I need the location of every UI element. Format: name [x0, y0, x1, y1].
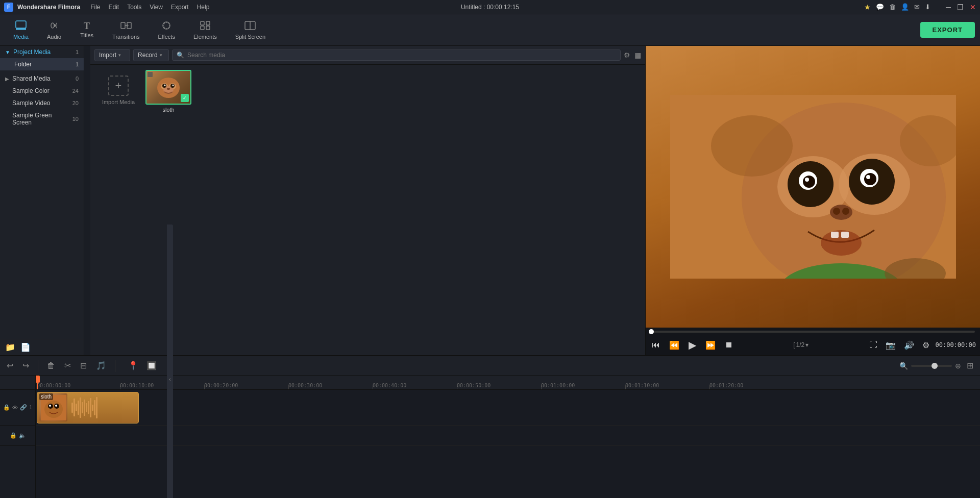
- timeline-undo-button[interactable]: ↩: [4, 359, 16, 372]
- menu-file[interactable]: File: [90, 4, 100, 11]
- import-dropdown-arrow: ▾: [118, 53, 121, 58]
- window-controls: ─ ❐ ✕: [946, 3, 976, 11]
- elements-toolbar-icon: [200, 20, 211, 32]
- menu-edit[interactable]: Edit: [108, 4, 119, 11]
- timeline-crop-button[interactable]: ⊟: [78, 359, 89, 372]
- sidebar-item-sample-video[interactable]: ▶ Sample Video 20: [0, 97, 84, 109]
- preview-seekbar[interactable]: [651, 331, 975, 333]
- timeline-content: 🔒 👁 🔗 1 🔒 🔈 00:00:00:00 00:00:10:00 00:0…: [0, 376, 980, 498]
- timeline-redo-button[interactable]: ↪: [20, 359, 32, 372]
- import-media-card[interactable]: + Import Media: [95, 70, 141, 111]
- preview-snapshot-button[interactable]: 📷: [884, 339, 898, 351]
- timeline-right: 00:00:00:00 00:00:10:00 00:00:20:00 00:0…: [36, 376, 980, 498]
- download-icon[interactable]: ⬇: [925, 3, 930, 11]
- sample-color-label: Sample Color: [12, 87, 50, 94]
- preview-volume-button[interactable]: 🔊: [902, 339, 916, 351]
- track-number: 1: [29, 405, 32, 410]
- track-audio-link-icon[interactable]: 🔗: [20, 404, 27, 411]
- menu-export[interactable]: Export: [171, 4, 189, 11]
- trash-icon[interactable]: 🗑: [889, 3, 896, 11]
- preview-rewind-button[interactable]: ⏮: [650, 339, 662, 351]
- sidebar-item-sample-color[interactable]: ▶ Sample Color 24: [0, 85, 84, 97]
- chat-icon[interactable]: 💬: [876, 3, 884, 11]
- preview-step-forward-button[interactable]: ⏩: [703, 339, 718, 351]
- preview-fullscreen-button[interactable]: ⛶: [867, 339, 879, 351]
- record-dropdown[interactable]: Record ▾: [133, 49, 169, 61]
- preview-panel: ⏮ ⏪ ▶ ⏩ ⏹ [ 1/2 ▾ ⛶ 📷 🔊 ⚙ 00:00:00:00: [646, 46, 980, 355]
- preview-stop-button[interactable]: ⏹: [723, 339, 735, 351]
- timeline-fit-button[interactable]: ⊞: [964, 359, 976, 372]
- titlebar: F Wondershare Filmora File Edit Tools Vi…: [0, 0, 980, 14]
- zoom-out-icon[interactable]: 🔍: [899, 362, 908, 370]
- grid-view-icon[interactable]: ▦: [634, 51, 641, 59]
- media-item-sloth[interactable]: ✓ sloth: [145, 70, 191, 113]
- timeline-audio-button[interactable]: 🎵: [93, 359, 109, 372]
- new-file-icon[interactable]: 📄: [20, 342, 31, 352]
- timeline-zoom-handle[interactable]: [932, 363, 938, 369]
- timeline-audio-track: [36, 426, 980, 446]
- timeline-magnet-button[interactable]: 🔲: [144, 359, 159, 372]
- new-folder-icon[interactable]: 📁: [5, 342, 15, 352]
- track-mute-icon[interactable]: 🔈: [19, 432, 26, 439]
- media-toolbar-label: Media: [13, 34, 29, 40]
- timeline-toolbar-sep-1: [38, 360, 38, 372]
- preview-progress[interactable]: [646, 328, 980, 336]
- menu-bar: File Edit Tools View Export Help: [90, 4, 209, 11]
- minimize-button[interactable]: ─: [946, 3, 951, 11]
- project-media-label: Project Media: [13, 48, 51, 56]
- timeline-add-marker-button[interactable]: 📍: [126, 359, 141, 372]
- timeline-split-button[interactable]: ✂: [62, 359, 74, 372]
- ruler-mark-0: 00:00:00:00: [37, 383, 70, 388]
- notification-icon[interactable]: ★: [864, 3, 871, 11]
- import-dropdown[interactable]: Import ▾: [94, 49, 130, 61]
- menu-help[interactable]: Help: [197, 4, 210, 11]
- transitions-toolbar-label: Transitions: [112, 34, 139, 40]
- timeline-delete-button[interactable]: 🗑: [44, 360, 58, 372]
- preview-step-back-button[interactable]: ⏪: [667, 339, 681, 351]
- export-button[interactable]: EXPORT: [920, 22, 975, 38]
- toolbar-effects[interactable]: Effects: [150, 18, 183, 42]
- ruler-mark-4: 00:00:40:00: [373, 383, 406, 388]
- sidebar-item-shared-media[interactable]: ▶ Shared Media 0: [0, 72, 84, 85]
- effects-toolbar-label: Effects: [158, 34, 175, 40]
- panel-collapse-button[interactable]: ‹: [167, 225, 173, 498]
- sidebar-item-project-media[interactable]: ▼ Project Media 1: [0, 46, 84, 58]
- svg-point-1: [51, 23, 54, 28]
- toolbar-media[interactable]: Media: [5, 18, 37, 42]
- restore-button[interactable]: ❐: [957, 3, 964, 11]
- preview-settings-button[interactable]: ⚙: [920, 339, 932, 351]
- timeline-track-label-audio: 🔒 🔈: [0, 426, 35, 446]
- system-icons: ★ 💬 🗑 👤 ✉ ⬇: [864, 3, 930, 11]
- menu-view[interactable]: View: [150, 4, 163, 11]
- svg-point-30: [864, 173, 876, 185]
- close-button[interactable]: ✕: [970, 3, 976, 11]
- search-input[interactable]: [187, 52, 616, 59]
- preview-play-button[interactable]: ▶: [687, 338, 698, 352]
- track-lock-icon[interactable]: 🔒: [3, 404, 10, 411]
- toolbar-elements[interactable]: Elements: [185, 18, 225, 42]
- account-icon[interactable]: 👤: [901, 3, 909, 11]
- zoom-in-icon[interactable]: ⊕: [955, 362, 961, 370]
- toolbar-titles[interactable]: T Titles: [71, 19, 102, 40]
- timeline-video-track: sloth: [36, 390, 980, 426]
- sidebar-item-folder[interactable]: Folder 1: [0, 58, 84, 70]
- svg-rect-7: [201, 26, 204, 30]
- sidebar-item-sample-green[interactable]: ▶ Sample Green Screen 10: [0, 109, 84, 129]
- timeline-toolbar: ↩ ↪ 🗑 ✂ ⊟ 🎵 📍 🔲 🔍 ⊕ ⊞: [0, 356, 980, 376]
- window-title: Untitled : 00:00:12:15: [461, 4, 519, 11]
- menu-tools[interactable]: Tools: [127, 4, 141, 11]
- track-lock-icon-2[interactable]: 🔒: [10, 432, 17, 439]
- sample-video-label: Sample Video: [12, 99, 51, 107]
- timeline: ↩ ↪ 🗑 ✂ ⊟ 🎵 📍 🔲 🔍 ⊕ ⊞ 🔒 👁 🔗: [0, 355, 980, 498]
- media-item-name-sloth: sloth: [162, 107, 174, 113]
- track-eye-icon[interactable]: 👁: [12, 405, 18, 411]
- timeline-zoom-slider[interactable]: [911, 365, 952, 367]
- toolbar-split-screen[interactable]: Split Screen: [227, 18, 274, 42]
- timeline-clip-sloth[interactable]: sloth: [37, 392, 139, 424]
- bracket-right-arrow: ▾: [805, 341, 808, 348]
- chevron-right-icon-2: ▶: [5, 88, 9, 94]
- mail-icon[interactable]: ✉: [914, 3, 920, 11]
- toolbar-transitions[interactable]: Transitions: [104, 18, 148, 42]
- filter-icon[interactable]: ⚙: [624, 51, 630, 59]
- toolbar-audio[interactable]: Audio: [39, 18, 69, 42]
